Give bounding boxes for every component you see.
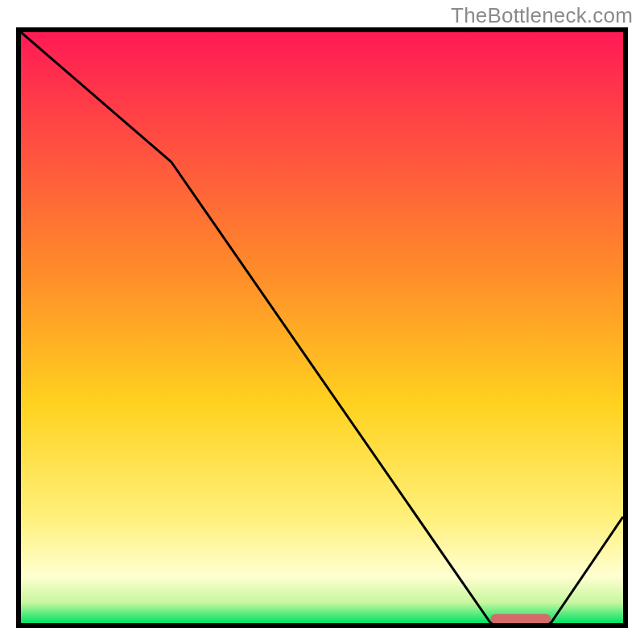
plot-border xyxy=(16,27,628,628)
chart-frame: TheBottleneck.com xyxy=(0,0,644,644)
optimal-range-marker xyxy=(490,614,551,623)
watermark-text: TheBottleneck.com xyxy=(451,3,633,28)
plot-area xyxy=(21,32,623,623)
bottleneck-chart xyxy=(21,32,623,623)
gradient-background xyxy=(21,32,623,623)
